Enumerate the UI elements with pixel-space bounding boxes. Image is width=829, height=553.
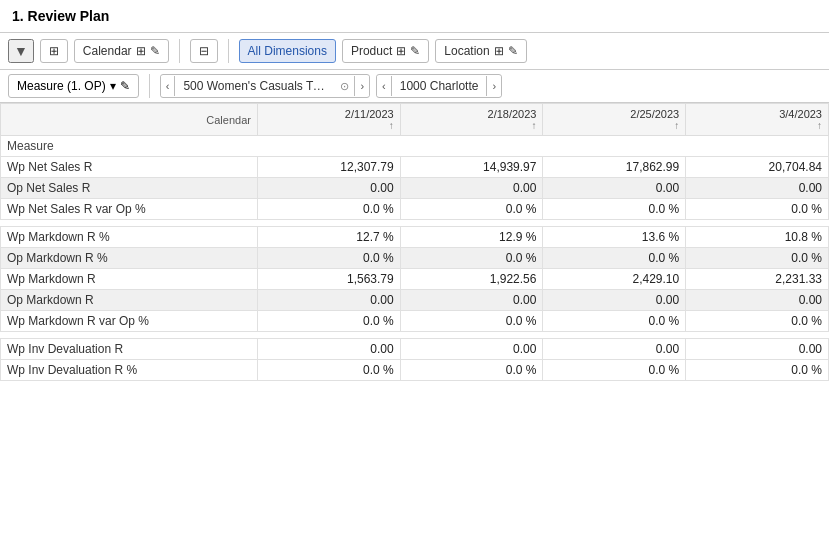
table-header-row: Calendar 2/11/2023 ↑ 2/18/2023 ↑ 2/25/20… (1, 104, 829, 136)
table-row: Wp Markdown R var Op %0.0 %0.0 %0.0 %0.0… (1, 311, 829, 332)
row-label: Wp Markdown R (1, 269, 258, 290)
location-button[interactable]: Location ⊞ ✎ (435, 39, 526, 63)
row-value[interactable]: 17,862.99 (543, 157, 686, 178)
sort-arrow-2[interactable]: ↑ (549, 120, 679, 131)
row-value[interactable]: 20,704.84 (686, 157, 829, 178)
section-header-label: Measure (1, 136, 829, 157)
row-value[interactable]: 10.8 % (686, 227, 829, 248)
row-value[interactable]: 13.6 % (543, 227, 686, 248)
expand-col-button[interactable]: ⊟ (190, 39, 218, 63)
row-value[interactable]: 0.00 (400, 290, 543, 311)
product-label: Product (351, 44, 392, 58)
row-value[interactable]: 0.0 % (257, 248, 400, 269)
location-hierarchy-icon: ⊞ (494, 44, 504, 58)
row-value[interactable]: 0.00 (543, 178, 686, 199)
row-value[interactable]: 0.0 % (400, 311, 543, 332)
calendar-button[interactable]: Calendar ⊞ ✎ (74, 39, 169, 63)
toolbar-divider2 (228, 39, 229, 63)
table-row: Op Net Sales R0.000.000.000.00 (1, 178, 829, 199)
row-value[interactable]: 0.0 % (543, 360, 686, 381)
product-next-button[interactable]: › (354, 76, 369, 96)
calendar-label: Calendar (83, 44, 132, 58)
row-value[interactable]: 0.00 (257, 339, 400, 360)
product-edit-icon: ✎ (410, 44, 420, 58)
location-prev-button[interactable]: ‹ (377, 76, 392, 96)
measure-label: Measure (1. OP) (17, 79, 106, 93)
measure-edit-icon: ✎ (120, 79, 130, 93)
row-value[interactable]: 2,231.33 (686, 269, 829, 290)
row-value[interactable]: 0.0 % (543, 248, 686, 269)
row-value[interactable]: 0.0 % (257, 311, 400, 332)
product-prev-button[interactable]: ‹ (161, 76, 176, 96)
row-value[interactable]: 0.0 % (686, 248, 829, 269)
product-nav-label: 500 Women's Casuals Tra... (175, 75, 335, 97)
all-dimensions-button[interactable]: All Dimensions (239, 39, 336, 63)
table-row: Wp Markdown R1,563.791,922.562,429.102,2… (1, 269, 829, 290)
product-nav-pill: ‹ 500 Women's Casuals Tra... ⊙ › (160, 74, 370, 98)
table-row (1, 332, 829, 339)
toolbar-divider (179, 39, 180, 63)
row-value[interactable]: 12.9 % (400, 227, 543, 248)
data-table-container: Calendar 2/11/2023 ↑ 2/18/2023 ↑ 2/25/20… (0, 103, 829, 526)
row-value[interactable]: 0.00 (400, 178, 543, 199)
row-label: Wp Inv Devaluation R % (1, 360, 258, 381)
location-next-button[interactable]: › (486, 76, 501, 96)
row-value[interactable]: 0.0 % (400, 199, 543, 220)
sort-arrow-3[interactable]: ↑ (692, 120, 822, 131)
collapse-button[interactable]: ▼ (8, 39, 34, 63)
measure-selector[interactable]: Measure (1. OP) ▾ ✎ (8, 74, 139, 98)
row-value[interactable]: 0.0 % (543, 311, 686, 332)
row-value[interactable]: 0.0 % (257, 199, 400, 220)
location-nav-label: 1000 Charlotte (392, 75, 487, 97)
row-label: Wp Net Sales R var Op % (1, 199, 258, 220)
toolbar-row2: Measure (1. OP) ▾ ✎ ‹ 500 Women's Casual… (0, 70, 829, 103)
row-value[interactable]: 0.00 (686, 178, 829, 199)
toolbar-divider3 (149, 74, 150, 98)
expand-col-icon: ⊟ (199, 44, 209, 58)
row-value[interactable]: 12.7 % (257, 227, 400, 248)
row-value[interactable]: 0.00 (257, 290, 400, 311)
row-label: Wp Markdown R % (1, 227, 258, 248)
layout-toggle-button[interactable]: ⊞ (40, 39, 68, 63)
table-row: Wp Inv Devaluation R %0.0 %0.0 %0.0 %0.0… (1, 360, 829, 381)
layout-icon: ⊞ (49, 44, 59, 58)
row-value[interactable]: 0.00 (686, 290, 829, 311)
row-value[interactable]: 0.0 % (400, 248, 543, 269)
table-body: Measure Wp Net Sales R12,307.7914,939.97… (1, 136, 829, 381)
row-value[interactable]: 0.0 % (686, 360, 829, 381)
product-target-button[interactable]: ⊙ (335, 76, 354, 97)
toolbar-row1: ▼ ⊞ Calendar ⊞ ✎ ⊟ All Dimensions Produc… (0, 33, 829, 70)
table-row: Wp Inv Devaluation R0.000.000.000.00 (1, 339, 829, 360)
row-value[interactable]: 0.0 % (543, 199, 686, 220)
table-row: Wp Markdown R %12.7 %12.9 %13.6 %10.8 % (1, 227, 829, 248)
row-value[interactable]: 0.00 (543, 290, 686, 311)
row-value[interactable]: 0.0 % (400, 360, 543, 381)
row-value[interactable]: 0.00 (257, 178, 400, 199)
row-label: Wp Inv Devaluation R (1, 339, 258, 360)
row-value[interactable]: 0.0 % (257, 360, 400, 381)
row-value[interactable]: 12,307.79 (257, 157, 400, 178)
row-value[interactable]: 2,429.10 (543, 269, 686, 290)
edit-icon: ✎ (150, 44, 160, 58)
calendar-column-header: Calendar (1, 104, 258, 136)
product-button[interactable]: Product ⊞ ✎ (342, 39, 429, 63)
date-header-0: 2/11/2023 ↑ (257, 104, 400, 136)
row-value[interactable]: 0.0 % (686, 199, 829, 220)
row-value[interactable]: 0.00 (543, 339, 686, 360)
date-header-2: 2/25/2023 ↑ (543, 104, 686, 136)
sort-arrow-1[interactable]: ↑ (407, 120, 537, 131)
table-row: Wp Net Sales R var Op %0.0 %0.0 %0.0 %0.… (1, 199, 829, 220)
page-title: 1. Review Plan (0, 0, 829, 33)
row-value[interactable]: 0.0 % (686, 311, 829, 332)
table-row: Wp Net Sales R12,307.7914,939.9717,862.9… (1, 157, 829, 178)
row-value[interactable]: 14,939.97 (400, 157, 543, 178)
row-value[interactable]: 0.00 (400, 339, 543, 360)
row-value[interactable]: 0.00 (686, 339, 829, 360)
table-row: Op Markdown R0.000.000.000.00 (1, 290, 829, 311)
row-value[interactable]: 1,563.79 (257, 269, 400, 290)
row-value[interactable]: 1,922.56 (400, 269, 543, 290)
data-table: Calendar 2/11/2023 ↑ 2/18/2023 ↑ 2/25/20… (0, 103, 829, 381)
section-header-row: Measure (1, 136, 829, 157)
all-dimensions-label: All Dimensions (248, 44, 327, 58)
sort-arrow-0[interactable]: ↑ (264, 120, 394, 131)
